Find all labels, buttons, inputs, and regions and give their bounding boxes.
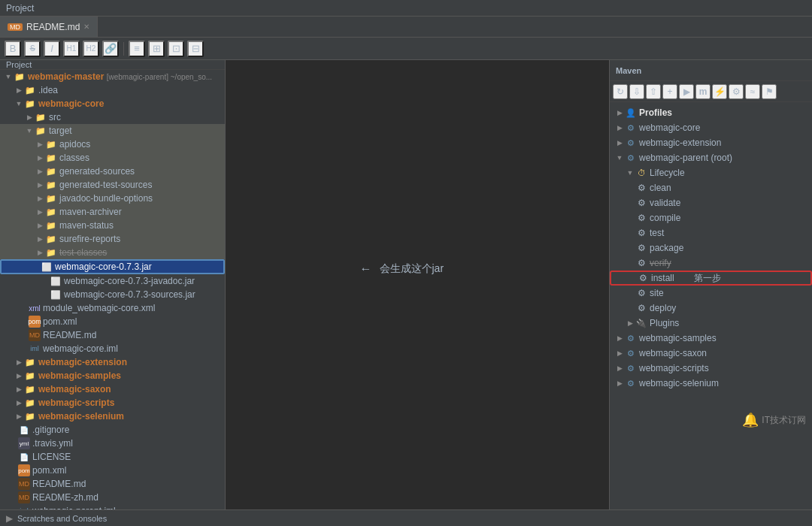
maven-refresh-button[interactable]: ↻ <box>613 84 628 99</box>
maven-item-test[interactable]: ⚙ test <box>610 225 812 240</box>
tree-item-readme-md[interactable]: MD README.md <box>0 328 225 342</box>
tree-label: webmagic-samples <box>38 370 121 381</box>
maven-item-webmagic-selenium[interactable]: ▶ ⚙ webmagic-selenium <box>610 376 812 391</box>
tree-item-webmagic-core-iml[interactable]: iml webmagic-core.iml <box>0 342 225 355</box>
tree-label: README.md <box>43 330 96 340</box>
maven-item-validate[interactable]: ⚙ validate <box>610 195 812 210</box>
tree-item-generated-test-sources[interactable]: ▶ 📁 generated-test-sources <box>0 178 225 192</box>
tab-label: README.md <box>26 22 80 32</box>
watermark: 🔔 IT技术订网 <box>610 406 812 434</box>
maven-item-webmagic-parent[interactable]: ▼ ⚙ webmagic-parent (root) <box>610 150 812 165</box>
pom-icon: pom <box>29 316 41 328</box>
maven-gear-button[interactable]: ⚙ <box>729 84 744 99</box>
tree-item-webmagic-core-javadoc[interactable]: ⬜ webmagic-core-0.7.3-javadoc.jar <box>0 274 225 288</box>
maven-item-webmagic-extension[interactable]: ▶ ⚙ webmagic-extension <box>610 135 812 150</box>
maven-item-plugins[interactable]: ▶ 🔌 Plugins <box>610 316 812 331</box>
maven-item-deploy[interactable]: ⚙ deploy <box>610 301 812 316</box>
maven-flag-button[interactable]: ⚑ <box>762 84 777 99</box>
tab-readme[interactable]: MD README.md ✕ <box>0 17 98 37</box>
tree-item-src[interactable]: ▶ 📁 src <box>0 110 225 124</box>
tree-item-readme-root[interactable]: MD README.md <box>0 477 225 491</box>
maven-item-compile[interactable]: ⚙ compile <box>610 210 812 225</box>
file-icon: 📄 <box>18 424 30 436</box>
tree-item-webmagic-scripts[interactable]: ▶ 📁 webmagic-scripts <box>0 396 225 410</box>
tree-item-webmagic-master[interactable]: ▼ 📁 webmagic-master [webmagic-parent] ~/… <box>0 70 225 83</box>
maven-wave-button[interactable]: ≈ <box>745 84 760 99</box>
maven-item-webmagic-samples[interactable]: ▶ ⚙ webmagic-samples <box>610 331 812 346</box>
maven-item-site[interactable]: ⚙ site <box>610 286 812 301</box>
split-button[interactable]: ⊟ <box>187 41 204 57</box>
tree-item-webmagic-parent-iml[interactable]: iml webmagic-parent.iml <box>0 504 225 509</box>
tree-item-idea[interactable]: ▶ 📁 .idea <box>0 83 225 97</box>
tree-item-apidocs[interactable]: ▶ 📁 apidocs <box>0 138 225 151</box>
strikethrough-button[interactable]: I <box>44 41 60 57</box>
maven-item-clean[interactable]: ⚙ clean <box>610 180 812 195</box>
tree-item-maven-archiver[interactable]: ▶ 📁 maven-archiver <box>0 205 225 219</box>
tree-item-readme-zh[interactable]: MD README-zh.md <box>0 491 225 504</box>
tree-item-classes[interactable]: ▶ 📁 classes <box>0 151 225 165</box>
tree-label: generated-test-sources <box>59 180 152 190</box>
tree-arrow: ▶ <box>35 141 45 148</box>
scratches-link[interactable]: Scratches and Consoles <box>17 514 107 523</box>
maven-item-install[interactable]: ⚙ install 第一步 <box>610 271 812 286</box>
maven-item-profiles[interactable]: ▶ 👤 Profiles <box>610 105 812 120</box>
xml-icon: xml <box>29 302 41 314</box>
tree-item-webmagic-selenium[interactable]: ▶ 📁 webmagic-selenium <box>0 410 225 423</box>
maven-item-webmagic-scripts[interactable]: ▶ ⚙ webmagic-scripts <box>610 361 812 376</box>
tree-item-webmagic-core-jar[interactable]: ⬜ webmagic-core-0.7.3.jar <box>0 259 225 274</box>
tree-item-webmagic-samples[interactable]: ▶ 📁 webmagic-samples <box>0 369 225 382</box>
tree-item-webmagic-core[interactable]: ▼ 📁 webmagic-core <box>0 97 225 110</box>
maven-bolt-button[interactable]: ⚡ <box>712 84 727 99</box>
annotation-arrow: ← <box>360 262 372 276</box>
tree-item-test-classes[interactable]: ▶ 📁 test-classes <box>0 246 225 259</box>
maven-label: install <box>651 273 674 283</box>
tree-label: classes <box>59 153 89 163</box>
table-button[interactable]: ⊞ <box>148 41 165 57</box>
maven-item-webmagic-saxon[interactable]: ▶ ⚙ webmagic-saxon <box>610 346 812 361</box>
maven-item-verify[interactable]: ⚙ verify <box>610 255 812 271</box>
bold-button[interactable]: B <box>5 41 21 57</box>
maven-upload-button[interactable]: ⇧ <box>646 84 661 99</box>
editor-annotation-text: 会生成这个jar <box>380 262 444 276</box>
tree-item-license[interactable]: 📄 LICENSE <box>0 450 225 464</box>
maven-item-package[interactable]: ⚙ package <box>610 240 812 255</box>
tree-item-webmagic-saxon[interactable]: ▶ 📁 webmagic-saxon <box>0 382 225 396</box>
tree-item-target[interactable]: ▼ 📁 target <box>0 124 225 138</box>
h1-button[interactable]: H1 <box>63 41 80 57</box>
editor-content[interactable]: ← 会生成这个jar <box>226 60 609 509</box>
italic-button[interactable]: S̶ <box>24 41 41 57</box>
jar-icon: ⬜ <box>50 275 62 287</box>
tree-item-pom-root[interactable]: pom pom.xml <box>0 464 225 477</box>
watermark-text: IT技术订网 <box>762 414 806 427</box>
maven-panel: Maven ↻ ⇩ ⇧ + ▶ m ⚡ ⚙ ≈ ⚑ ▶ 👤 Profiles ▶… <box>609 60 812 509</box>
maven-download-button[interactable]: ⇩ <box>629 84 644 99</box>
folder-icon: 📁 <box>45 138 57 150</box>
maven-run-button[interactable]: ▶ <box>679 84 694 99</box>
link-button[interactable]: 🔗 <box>102 41 119 57</box>
maven-add-button[interactable]: + <box>662 84 677 99</box>
maven-item-lifecycle[interactable]: ▼ ⏱ Lifecycle <box>610 165 812 180</box>
tree-item-maven-status[interactable]: ▶ 📁 maven-status <box>0 219 225 232</box>
tree-item-generated-sources[interactable]: ▶ 📁 generated-sources <box>0 165 225 178</box>
tree-item-travis[interactable]: yml .travis.yml <box>0 437 225 450</box>
maven-item-webmagic-core[interactable]: ▶ ⚙ webmagic-core <box>610 120 812 135</box>
list-button[interactable]: ≡ <box>129 41 145 57</box>
goal-icon: ⚙ <box>635 227 647 239</box>
tree-item-module-xml[interactable]: xml module_webmagic-core.xml <box>0 301 225 315</box>
pom-icon: pom <box>18 464 30 476</box>
tree-item-webmagic-extension[interactable]: ▶ 📁 webmagic-extension <box>0 355 225 369</box>
h2-button[interactable]: H2 <box>83 41 99 57</box>
goal-icon: ⚙ <box>635 182 647 194</box>
tree-item-surefire-reports[interactable]: ▶ 📁 surefire-reports <box>0 232 225 246</box>
tree-item-webmagic-core-sources[interactable]: ⬜ webmagic-core-0.7.3-sources.jar <box>0 288 225 301</box>
tree-item-gitignore[interactable]: 📄 .gitignore <box>0 423 225 437</box>
tab-close-button[interactable]: ✕ <box>83 23 89 31</box>
tree-item-javadoc-bundle-options[interactable]: ▶ 📁 javadoc-bundle-options <box>0 192 225 205</box>
tree-item-pom-xml[interactable]: pom pom.xml <box>0 315 225 328</box>
folder-icon: 📁 <box>45 246 57 258</box>
view-button[interactable]: ⊡ <box>168 41 184 57</box>
tree-arrow: ▼ <box>24 127 35 135</box>
tree-arrow: ▶ <box>35 208 45 216</box>
maven-m-button[interactable]: m <box>695 84 710 99</box>
tree-arrow: ▶ <box>14 372 24 379</box>
